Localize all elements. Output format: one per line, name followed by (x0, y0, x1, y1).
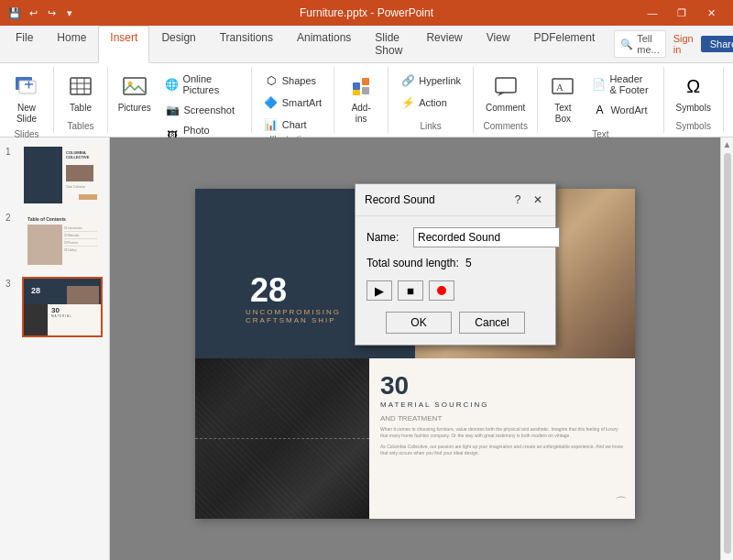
textbox-label: TextBox (554, 103, 571, 125)
tab-transitions[interactable]: Transitions (208, 26, 285, 62)
customize-icon[interactable]: ▾ (62, 5, 77, 20)
play-button[interactable]: ▶ (366, 280, 392, 301)
pictures-button[interactable]: Pictures (114, 67, 155, 118)
action-button[interactable]: ⚡ Action (394, 93, 467, 113)
slide-bottom-number: 30 (380, 371, 624, 401)
group-links: 🔗 Hyperlink ⚡ Action Links (388, 67, 474, 133)
textbox-icon: A (548, 71, 577, 101)
slide-caption-line2: CRAFTSMAN SHIP (246, 316, 341, 324)
dialog-close-button[interactable]: ✕ (530, 192, 546, 208)
tell-me-box[interactable]: 🔍 Tell me... (614, 30, 665, 58)
svg-text:A: A (556, 82, 563, 93)
tab-design[interactable]: Design (149, 26, 207, 62)
stop-button[interactable]: ■ (398, 280, 423, 301)
dialog-action-buttons: OK Cancel (366, 312, 544, 334)
slide-thumb-1[interactable]: 1 COLUMBIACOLLECTIVE Chair Collection (5, 145, 104, 205)
stop-icon: ■ (407, 284, 414, 298)
chart-button[interactable]: 📊 Chart (257, 115, 328, 135)
slide-panel: 1 COLUMBIACOLLECTIVE Chair Collection 2 (0, 137, 110, 560)
record-button[interactable] (429, 280, 454, 301)
hyperlink-button[interactable]: 🔗 Hyperlink (394, 71, 467, 91)
tab-review[interactable]: Review (414, 26, 474, 62)
comment-button[interactable]: Comment (479, 67, 531, 118)
tab-view[interactable]: View (475, 26, 522, 62)
addins-label: Add-ins (352, 103, 371, 125)
textbox-button[interactable]: A TextBox (543, 67, 582, 129)
wordart-button[interactable]: A WordArt (585, 100, 657, 120)
table-label: Table (70, 103, 92, 114)
share-button[interactable]: Share (701, 36, 733, 52)
new-slide-button[interactable]: NewSlide (5, 67, 48, 129)
name-field: Name: (366, 227, 544, 247)
close-button[interactable]: ✕ (696, 0, 726, 26)
pictures-label: Pictures (118, 103, 151, 114)
group-tables-label: Tables (68, 121, 94, 133)
scroll-down-button[interactable]: ▼ (721, 555, 733, 560)
slide-bottom-section: 30 MATERIAL SOURCING AND TREATMENT When … (195, 358, 635, 519)
smartart-button[interactable]: 🔷 SmartArt (257, 93, 328, 113)
table-button[interactable]: Table (60, 67, 102, 118)
new-slide-label: NewSlide (16, 103, 37, 125)
addins-button[interactable]: Add-ins (340, 67, 382, 129)
sign-in-link[interactable]: Sign in (673, 33, 694, 55)
dialog-title-buttons: ? ✕ (509, 192, 546, 208)
tab-slideshow[interactable]: Slide Show (363, 26, 414, 62)
name-input[interactable] (413, 227, 560, 247)
ribbon: File Home Insert Design Transitions Anim… (0, 26, 733, 137)
action-icon: ⚡ (400, 95, 415, 110)
online-pictures-icon: 🌐 (165, 77, 179, 92)
cancel-button[interactable]: Cancel (459, 312, 525, 334)
slide-corner-decoration: ⌒ (615, 495, 628, 511)
group-media: Video Audio ScreenRecording Media (724, 67, 733, 133)
online-pictures-button[interactable]: 🌐 Online Pictures (159, 71, 245, 98)
slide-body-text2: As Columbia Collective, our passion are … (380, 444, 624, 457)
shapes-icon: ⬡ (264, 73, 279, 88)
online-pictures-label: Online Pictures (182, 73, 238, 95)
svg-rect-15 (496, 78, 516, 93)
symbols-button[interactable]: Ω Symbols (670, 67, 717, 118)
undo-icon[interactable]: ↩ (26, 5, 40, 20)
tab-pdfelement[interactable]: PDFelement (522, 26, 607, 62)
tab-home[interactable]: Home (45, 26, 98, 62)
video-button[interactable]: Video (729, 67, 733, 118)
slide-img-2: Table of Contents 01 Introduction 02 Mat… (22, 211, 103, 271)
redo-icon[interactable]: ↪ (44, 5, 59, 20)
slide-num-2: 2 (5, 213, 18, 223)
smartart-icon: 🔷 (264, 95, 279, 110)
play-icon: ▶ (375, 284, 384, 298)
slide-bottom-text: 30 MATERIAL SOURCING AND TREATMENT When … (369, 358, 635, 519)
svg-rect-12 (362, 78, 369, 85)
scroll-up-button[interactable]: ▲ (721, 137, 733, 151)
quick-access: 💾 ↩ ↪ ▾ (7, 5, 77, 20)
slide-img-1: COLUMBIACOLLECTIVE Chair Collection (22, 145, 103, 205)
header-footer-button[interactable]: 📄 Header & Footer (585, 71, 657, 98)
slide-img-3: 28 30 MATERIAL (22, 277, 103, 337)
slide-thumb-3[interactable]: 3 28 30 MATERIAL (5, 277, 104, 337)
vertical-scrollbar[interactable]: ▲ ▼ (720, 137, 733, 560)
screenshot-button[interactable]: 📷 Screenshot (159, 100, 245, 120)
svg-rect-9 (124, 78, 146, 94)
dialog-title-text: Record Sound (365, 193, 435, 206)
canvas-area: 28 UNCOMPROMISING CRAFTSMAN SHIP Craftsm… (110, 137, 720, 560)
shapes-label: Shapes (282, 75, 316, 86)
action-label: Action (419, 97, 447, 108)
dialog-question-button[interactable]: ? (509, 192, 526, 208)
minimize-button[interactable]: — (638, 0, 667, 26)
symbols-label: Symbols (676, 103, 711, 114)
scroll-thumb[interactable] (724, 153, 731, 554)
shapes-button[interactable]: ⬡ Shapes (257, 71, 328, 91)
tab-animations[interactable]: Animations (285, 26, 363, 62)
group-images: Pictures 🌐 Online Pictures 📷 Screenshot … (108, 67, 252, 133)
tab-insert[interactable]: Insert (98, 26, 149, 63)
group-comments: Comment Comments (474, 67, 538, 133)
restore-button[interactable]: ❐ (667, 0, 696, 26)
ok-button[interactable]: OK (386, 312, 452, 334)
tab-file[interactable]: File (4, 26, 45, 62)
symbols-icon: Ω (679, 71, 708, 101)
title-bar: 💾 ↩ ↪ ▾ Furniture.pptx - PowerPoint — ❐ … (0, 0, 733, 26)
header-footer-icon: 📄 (592, 77, 606, 92)
svg-rect-4 (71, 78, 91, 94)
slide-thumb-2[interactable]: 2 Table of Contents 01 Introduction 02 M… (5, 211, 104, 271)
wordart-icon: A (592, 103, 607, 117)
save-icon[interactable]: 💾 (7, 5, 22, 20)
